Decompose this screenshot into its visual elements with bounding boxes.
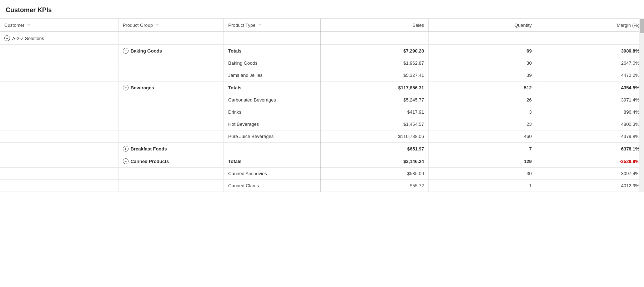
cell-margin: 3980.8% — [536, 45, 644, 57]
col-header-sales: Sales — [321, 19, 429, 32]
table-row: Hot Beverages$1,454.57234800.3% — [0, 118, 644, 130]
cell-quantity — [428, 32, 536, 45]
product-group-expand-icon[interactable]: − — [123, 85, 129, 90]
cell-product-type: Totals — [224, 155, 321, 168]
product-type-label: Totals — [228, 85, 241, 90]
cell-customer — [0, 69, 118, 81]
col-header-customer: Customer ≡ — [0, 19, 118, 32]
product-group-expand-icon[interactable]: + — [123, 146, 129, 152]
table-row: −BeveragesTotals$117,856.315124354.5% — [0, 81, 644, 94]
cell-margin: 3097.4% — [536, 168, 644, 180]
cell-quantity: 1 — [428, 180, 536, 192]
cell-sales: $55.72 — [321, 180, 429, 192]
scrollbar[interactable] — [639, 18, 644, 192]
cell-customer — [0, 155, 118, 168]
cell-product-group — [118, 168, 224, 180]
cell-sales: $651.97 — [321, 143, 429, 155]
product-type-label: Totals — [228, 159, 241, 164]
table-row: Pure Juice Beverages$110,738.064604379.8… — [0, 130, 644, 143]
product-type-label: Pure Juice Beverages — [228, 134, 273, 139]
cell-sales — [321, 32, 429, 45]
table-row: Carbonated Beverages$5,245.77263971.4% — [0, 94, 644, 106]
cell-product-group: −Canned Products — [118, 155, 224, 168]
customer-header-label: Customer — [4, 23, 24, 28]
table-row: Baking Goods$1,962.87302647.0% — [0, 57, 644, 69]
customer-menu-icon[interactable]: ≡ — [27, 22, 30, 28]
product-group-expand-icon[interactable]: − — [123, 158, 129, 164]
cell-sales: $7,290.28 — [321, 45, 429, 57]
product-type-menu-icon[interactable]: ≡ — [258, 22, 261, 28]
cell-product-group — [118, 118, 224, 130]
product-group-label: Breakfast Foods — [131, 146, 167, 152]
cell-quantity: 512 — [428, 81, 536, 94]
cell-product-type: Hot Beverages — [224, 118, 321, 130]
cell-product-group — [118, 130, 224, 143]
cell-sales: $1,962.87 — [321, 57, 429, 69]
product-type-label: Baking Goods — [228, 60, 257, 66]
cell-quantity: 26 — [428, 94, 536, 106]
cell-customer — [0, 118, 118, 130]
product-type-label: Carbonated Beverages — [228, 97, 276, 103]
cell-product-type: Canned Anchovies — [224, 168, 321, 180]
table-row: −Baking GoodsTotals$7,290.28693980.8% — [0, 45, 644, 57]
table-row: Canned Clams$55.7214012.9% — [0, 180, 644, 192]
cell-margin: -3528.9% — [536, 155, 644, 168]
cell-quantity: 30 — [428, 168, 536, 180]
table-row: −A-2-Z Solutions — [0, 32, 644, 45]
table-container: Customer ≡ Product Group ≡ Product Type — [0, 18, 644, 192]
cell-product-type — [224, 32, 321, 45]
product-group-expand-icon[interactable]: − — [123, 48, 129, 54]
cell-margin: 896.4% — [536, 106, 644, 118]
margin-header-label: Margin (%) — [617, 23, 639, 28]
cell-sales: $585.00 — [321, 168, 429, 180]
cell-sales: $5,245.77 — [321, 94, 429, 106]
cell-margin: 3971.4% — [536, 94, 644, 106]
cell-sales: $117,856.31 — [321, 81, 429, 94]
cell-product-type: Canned Clams — [224, 180, 321, 192]
cell-product-group — [118, 32, 224, 45]
product-group-header-label: Product Group — [123, 23, 153, 28]
cell-customer — [0, 45, 118, 57]
cell-quantity: 69 — [428, 45, 536, 57]
quantity-header-label: Quantity — [514, 23, 532, 28]
cell-customer — [0, 81, 118, 94]
cell-product-type: Jams and Jellies — [224, 69, 321, 81]
cell-customer — [0, 168, 118, 180]
cell-quantity: 39 — [428, 69, 536, 81]
cell-product-type: Totals — [224, 81, 321, 94]
kpi-table: Customer ≡ Product Group ≡ Product Type — [0, 19, 644, 192]
cell-quantity: 23 — [428, 118, 536, 130]
cell-customer — [0, 57, 118, 69]
product-group-label: Baking Goods — [131, 48, 162, 54]
cell-quantity: 3 — [428, 106, 536, 118]
product-group-menu-icon[interactable]: ≡ — [156, 22, 159, 28]
cell-sales: $5,327.41 — [321, 69, 429, 81]
cell-product-group: −Beverages — [118, 81, 224, 94]
cell-margin: 4472.2% — [536, 69, 644, 81]
col-header-quantity: Quantity — [428, 19, 536, 32]
cell-product-type: Pure Juice Beverages — [224, 130, 321, 143]
cell-product-group — [118, 180, 224, 192]
product-type-label: Drinks — [228, 109, 241, 115]
table-row: Drinks$417.913896.4% — [0, 106, 644, 118]
cell-product-type — [224, 143, 321, 155]
cell-quantity: 129 — [428, 155, 536, 168]
cell-margin: 4800.3% — [536, 118, 644, 130]
product-type-label: Hot Beverages — [228, 122, 259, 127]
cell-product-group — [118, 94, 224, 106]
scroll-thumb[interactable] — [640, 19, 644, 33]
product-type-label: Jams and Jellies — [228, 73, 262, 78]
cell-customer — [0, 130, 118, 143]
table-wrapper: Customer ≡ Product Group ≡ Product Type — [0, 18, 644, 192]
cell-product-type: Baking Goods — [224, 57, 321, 69]
customer-expand-icon[interactable]: − — [4, 35, 10, 41]
cell-customer: −A-2-Z Solutions — [0, 32, 118, 45]
product-group-label: Canned Products — [131, 159, 169, 164]
cell-margin: 6378.1% — [536, 143, 644, 155]
cell-customer — [0, 94, 118, 106]
cell-margin: 4012.9% — [536, 180, 644, 192]
cell-customer — [0, 143, 118, 155]
customer-label: A-2-Z Solutions — [12, 36, 44, 41]
cell-product-group — [118, 57, 224, 69]
cell-sales: $417.91 — [321, 106, 429, 118]
